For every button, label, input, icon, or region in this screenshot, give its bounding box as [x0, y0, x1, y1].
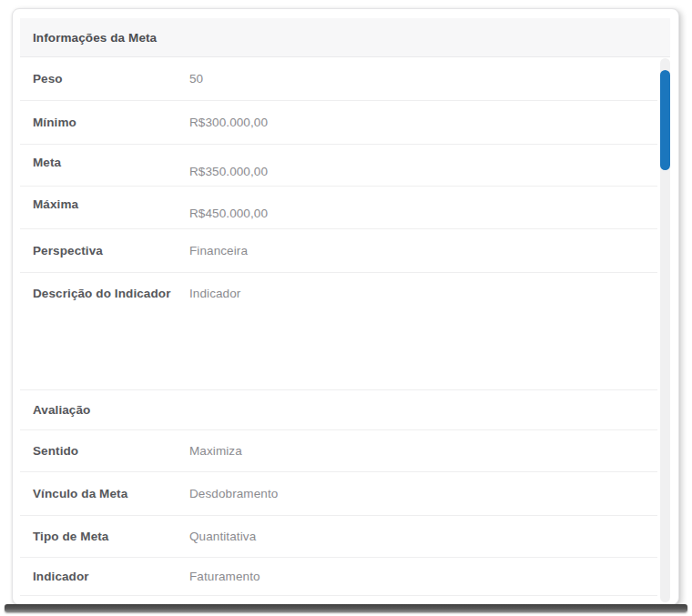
field-value: Maximiza [189, 444, 242, 458]
field-row-maxima: Máxima R$450.000,00 [20, 187, 657, 229]
field-value: 50 [189, 72, 203, 86]
field-row-sentido: Sentido Maximiza [20, 430, 657, 472]
field-label: Sentido [33, 444, 189, 458]
field-row-peso: Peso 50 [20, 57, 657, 101]
card-content: Informações da Meta Peso 50 Mínimo R$300… [20, 18, 670, 599]
field-row-vinculo-da-meta: Vínculo da Meta Desdobramento [20, 472, 657, 516]
section-header-avaliacao: Avaliação [20, 390, 657, 430]
field-label: Mínimo [33, 116, 189, 129]
field-value: Desdobramento [189, 487, 278, 500]
field-label: Máxima [33, 187, 189, 211]
field-label: Meta [33, 145, 189, 169]
field-label: Vínculo da Meta [33, 487, 189, 500]
field-label: Tipo de Meta [33, 530, 189, 543]
field-value: R$300.000,00 [189, 116, 268, 129]
field-label: Indicador [33, 570, 189, 583]
scrollbar-thumb[interactable] [660, 70, 670, 170]
field-value: Faturamento [189, 570, 260, 583]
field-value: Indicador [189, 273, 240, 300]
window-bottom-edge-shadow [5, 604, 687, 612]
field-row-minimo: Mínimo R$300.000,00 [20, 101, 657, 145]
scrollbar-track[interactable] [660, 58, 670, 602]
section-title: Avaliação [33, 403, 90, 417]
meta-info-card: Informações da Meta Peso 50 Mínimo R$300… [12, 8, 679, 605]
field-row-indicador: Indicador Faturamento [20, 558, 657, 596]
scrollable-fields-area: Peso 50 Mínimo R$300.000,00 Meta R$350.0… [20, 57, 670, 596]
field-row-meta: Meta R$350.000,00 [20, 145, 657, 187]
field-value: R$450.000,00 [189, 187, 268, 220]
field-row-tipo-de-meta: Tipo de Meta Quantitativa [20, 516, 657, 558]
field-value: Quantitativa [189, 530, 256, 543]
field-label: Perspectiva [33, 244, 189, 258]
field-row-descricao-do-indicador: Descrição do Indicador Indicador [20, 273, 657, 390]
field-value: Financeira [189, 244, 248, 258]
field-label: Peso [33, 72, 189, 86]
field-rows: Peso 50 Mínimo R$300.000,00 Meta R$350.0… [20, 57, 657, 596]
section-header-informacoes-da-meta: Informações da Meta [20, 18, 670, 57]
field-value: R$350.000,00 [189, 145, 268, 178]
field-label: Descrição do Indicador [33, 273, 189, 300]
field-row-perspectiva: Perspectiva Financeira [20, 229, 657, 273]
